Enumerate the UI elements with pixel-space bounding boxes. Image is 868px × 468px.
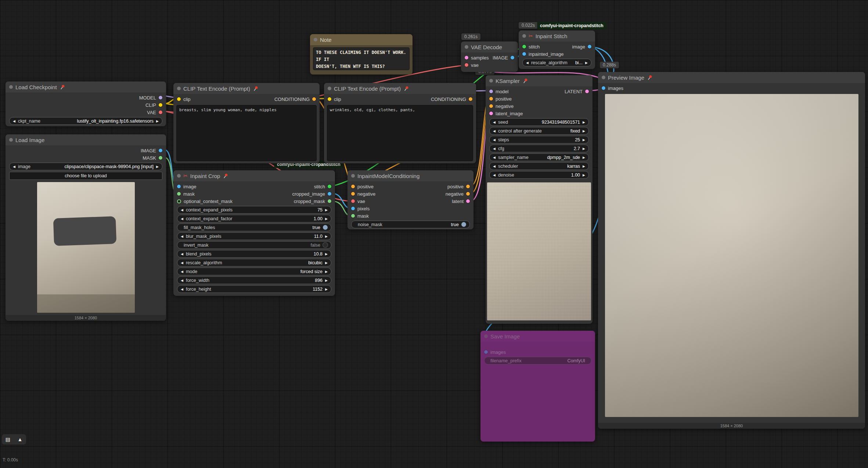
toggle-off-icon[interactable] — [323, 243, 328, 247]
decrement-arrow-icon[interactable]: ◀ — [181, 261, 183, 265]
comfyui-canvas[interactable]: { "glyphs": {"left": "◀", "right": "▶", … — [0, 0, 868, 468]
force-height-widget[interactable]: ◀force_height1152▶ — [177, 285, 331, 293]
conditioning-output-port[interactable] — [312, 97, 316, 101]
fill-mask-holes-toggle[interactable]: fill_mask_holestrue — [177, 224, 331, 231]
latent-image-input-port[interactable] — [489, 112, 493, 115]
cfg-widget[interactable]: ◀cfg2.7▶ — [489, 145, 589, 152]
denoise-widget[interactable]: ◀denoise1.00▶ — [489, 171, 589, 179]
collapse-dot-icon[interactable] — [465, 45, 468, 49]
toggle-on-icon[interactable] — [461, 222, 466, 227]
node-header[interactable]: Load Checkpoint — [6, 81, 166, 92]
vae-output-port[interactable] — [159, 110, 162, 114]
image-input-port[interactable] — [177, 185, 181, 188]
increment-arrow-icon[interactable]: ▶ — [583, 164, 585, 168]
model-output-port[interactable] — [159, 96, 162, 99]
clip-input-port[interactable] — [177, 97, 181, 101]
rescale-algorithm-widget[interactable]: ◀rescale_algorithmbicubic▶ — [177, 259, 331, 266]
collapse-dot-icon[interactable] — [522, 34, 526, 38]
decrement-arrow-icon[interactable]: ◀ — [13, 165, 15, 168]
decrement-arrow-icon[interactable]: ◀ — [181, 235, 183, 238]
increment-arrow-icon[interactable]: ▶ — [156, 165, 159, 168]
force-width-widget[interactable]: ◀force_width896▶ — [177, 276, 331, 284]
node-inpaint-crop[interactable]: ✂ Inpaint Crop image stitch mask cropped… — [173, 170, 335, 296]
node-load-checkpoint[interactable]: Load Checkpoint MODEL CLIP VAE ◀ ckpt_na… — [6, 81, 166, 126]
mask-input-port[interactable] — [177, 192, 181, 196]
rescale-algorithm-widget[interactable]: ◀ rescale_algorithm bi... ▶ — [522, 59, 591, 66]
negative-input-port[interactable] — [489, 104, 493, 108]
decrement-arrow-icon[interactable]: ◀ — [181, 287, 183, 291]
node-header[interactable]: KSampler — [486, 75, 593, 86]
increment-arrow-icon[interactable]: ▶ — [325, 252, 328, 256]
context-expand-pixels-widget[interactable]: ◀context_expand_pixels75▶ — [177, 206, 331, 214]
cropped-mask-output-port[interactable] — [328, 199, 331, 203]
increment-arrow-icon[interactable]: ▶ — [325, 287, 328, 291]
node-inpaint-stitch[interactable]: ✂ Inpaint Stitch stitch image inpainted_… — [519, 30, 595, 69]
choose-file-button[interactable]: choose file to upload — [9, 172, 162, 180]
node-vae-decode[interactable]: VAE Decode samples IMAGE vae — [461, 41, 518, 72]
node-ksampler[interactable]: KSampler model LATENT positive negative … — [486, 75, 593, 324]
node-header[interactable]: ✂ Inpaint Stitch — [519, 30, 595, 41]
up-arrow-icon[interactable]: ▲ — [17, 436, 22, 442]
collapse-dot-icon[interactable] — [351, 174, 355, 178]
prompt-text-area[interactable]: wrinkles, old, cgi, clothes, pants, — [327, 105, 473, 161]
node-header[interactable]: CLIP Text Encode (Prompt) — [173, 83, 320, 94]
cropped-image-output-port[interactable] — [328, 192, 331, 196]
node-header[interactable]: ✂ Inpaint Crop — [173, 170, 335, 181]
node-inpaint-model-conditioning[interactable]: InpaintModelConditioning positive positi… — [347, 170, 473, 229]
negative-input-port[interactable] — [351, 192, 355, 196]
samples-input-port[interactable] — [465, 56, 468, 59]
image-output-port[interactable] — [159, 149, 162, 152]
positive-input-port[interactable] — [351, 185, 355, 188]
conditioning-output-port[interactable] — [469, 97, 472, 101]
control-after-generate-widget[interactable]: ◀control after generatefixed▶ — [489, 127, 589, 135]
scheduler-widget[interactable]: ◀schedulerkarras▶ — [489, 162, 589, 170]
prompt-text-area[interactable]: breasts, slim young woman, nude, nipples — [176, 105, 317, 161]
mask-output-port[interactable] — [159, 156, 162, 160]
node-header[interactable]: Note — [310, 34, 413, 45]
stitch-output-port[interactable] — [328, 185, 331, 188]
increment-arrow-icon[interactable]: ▶ — [583, 147, 585, 150]
filename-prefix-widget[interactable]: filename_prefix ComfyUI — [484, 357, 591, 364]
latent-output-port[interactable] — [585, 90, 589, 93]
node-header[interactable]: Save Image — [480, 331, 595, 342]
context-expand-factor-widget[interactable]: ◀context_expand_factor1.00▶ — [177, 215, 331, 222]
decrement-arrow-icon[interactable]: ◀ — [493, 164, 496, 168]
blur-mask-pixels-widget[interactable]: ◀blur_mask_pixels11.0▶ — [177, 232, 331, 240]
collapse-dot-icon[interactable] — [328, 87, 331, 90]
steps-widget[interactable]: ◀steps25▶ — [489, 136, 589, 144]
decrement-arrow-icon[interactable]: ◀ — [181, 217, 183, 221]
image-output-port[interactable] — [511, 56, 514, 59]
decrement-arrow-icon[interactable]: ◀ — [493, 138, 496, 142]
increment-arrow-icon[interactable]: ▶ — [583, 138, 585, 142]
node-load-image[interactable]: Load Image IMAGE MASK ◀ image clipspace/… — [6, 134, 166, 321]
increment-arrow-icon[interactable]: ▶ — [325, 279, 328, 282]
toggle-on-icon[interactable] — [323, 225, 328, 230]
collapse-dot-icon[interactable] — [484, 334, 488, 338]
node-clip-text-encode-negative[interactable]: CLIP Text Encode (Prompt) clip CONDITION… — [324, 83, 476, 163]
pixels-input-port[interactable] — [351, 207, 355, 210]
image-file-widget[interactable]: ◀ image clipspace/clipspace-mask-98904.p… — [9, 163, 162, 170]
decrement-arrow-icon[interactable]: ◀ — [181, 270, 183, 273]
decrement-arrow-icon[interactable]: ◀ — [493, 173, 496, 177]
seed-widget[interactable]: ◀seed923431948501571▶ — [489, 118, 589, 126]
decrement-arrow-icon[interactable]: ◀ — [181, 279, 183, 282]
positive-input-port[interactable] — [489, 97, 493, 101]
mask-input-port[interactable] — [351, 214, 355, 218]
increment-arrow-icon[interactable]: ▶ — [156, 119, 159, 123]
increment-arrow-icon[interactable]: ▶ — [585, 61, 588, 65]
image-output-port[interactable] — [588, 45, 591, 48]
blend-pixels-widget[interactable]: ◀blend_pixels10.8▶ — [177, 250, 331, 258]
node-clip-text-encode-positive[interactable]: CLIP Text Encode (Prompt) clip CONDITION… — [173, 83, 320, 163]
collapse-dot-icon[interactable] — [177, 174, 181, 178]
collapse-dot-icon[interactable] — [177, 87, 181, 90]
increment-arrow-icon[interactable]: ▶ — [325, 270, 328, 273]
decrement-arrow-icon[interactable]: ◀ — [493, 156, 496, 159]
node-header[interactable]: InpaintModelConditioning — [347, 170, 473, 181]
images-input-port[interactable] — [484, 350, 488, 354]
decrement-arrow-icon[interactable]: ◀ — [493, 147, 496, 150]
canvas-menu[interactable]: ▤ ▲ — [2, 434, 26, 445]
vae-input-port[interactable] — [465, 63, 468, 67]
mode-widget[interactable]: ◀modeforced size▶ — [177, 268, 331, 275]
decrement-arrow-icon[interactable]: ◀ — [13, 119, 15, 123]
noise-mask-toggle[interactable]: noise_masktrue — [351, 221, 470, 228]
